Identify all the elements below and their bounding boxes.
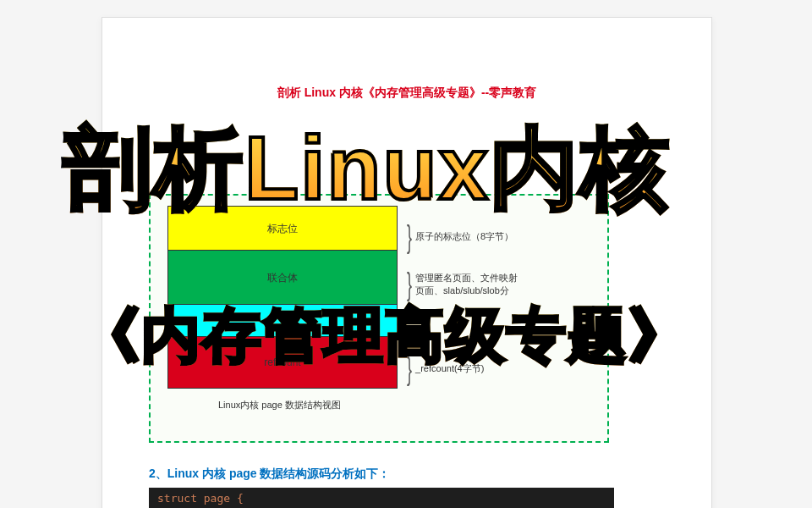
annotation-2-text: 管理匿名页面、文件映射 页面、slab/slub/slob分 — [415, 272, 518, 298]
doc-title: 剖析 Linux 内核《内存管理高级专题》--零声教育 — [102, 86, 711, 101]
overlay-title-2: 《内存管理高级专题》 — [80, 296, 689, 376]
code-snippet: struct page { — [149, 488, 614, 508]
annotation-1-text: 原子的标志位（8字节） — [415, 231, 513, 241]
document-page: 剖析 Linux 内核《内存管理高级专题》--零声教育 📄 标志位 联合体 re… — [102, 17, 712, 508]
overlay-title-1: 剖析Linux内核 — [63, 110, 671, 229]
diagram-caption: Linux内核 page 数据结构视图 — [218, 399, 341, 411]
section-subtitle: 2、Linux 内核 page 数据结构源码分析如下： — [149, 467, 390, 482]
